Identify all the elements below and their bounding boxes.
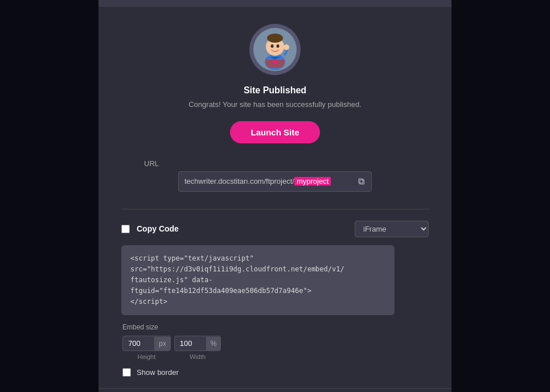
published-title: Site Published — [244, 85, 306, 96]
svg-point-4 — [271, 44, 274, 48]
copy-icon: ⧉ — [358, 176, 364, 186]
copy-code-label: Copy Code — [137, 224, 348, 233]
width-unit: % — [206, 337, 221, 350]
publish-project-modal: Publish Project × — [98, 0, 452, 392]
width-label: Width — [190, 353, 206, 360]
published-subtitle: Congrats! Your site has been successfull… — [188, 100, 362, 109]
width-input-group: % Width — [174, 336, 221, 360]
embed-size-group: Embed size px Height — [122, 323, 221, 377]
url-input-row: techwriter.docstitan.com/ftproject/mypro… — [178, 171, 372, 192]
url-base: techwriter.docstitan.com/ftproject/ — [184, 177, 294, 185]
show-border-row: Show border — [122, 368, 221, 377]
show-border-checkbox[interactable] — [122, 368, 131, 377]
embed-inputs-row: px Height % Width — [122, 336, 221, 360]
url-slug: myproject — [294, 177, 331, 185]
url-section: URL techwriter.docstitan.com/ftproject/m… — [121, 159, 429, 192]
width-input[interactable] — [175, 336, 206, 350]
divider — [121, 209, 429, 209]
height-unit: px — [154, 337, 170, 350]
svg-point-3 — [267, 34, 283, 43]
copy-code-checkbox[interactable] — [121, 225, 130, 233]
code-snippet: <script type="text/javascript" src="http… — [121, 245, 395, 316]
svg-point-6 — [284, 44, 289, 50]
modal-footer: Close — [98, 388, 452, 392]
height-input-group: px Height — [122, 336, 171, 360]
copy-url-button[interactable]: ⧉ — [357, 175, 366, 188]
bottom-section: Copy Code iFrame JavaScript HTML <script… — [121, 221, 429, 377]
code-text: <script type="text/javascript" src="http… — [130, 253, 385, 308]
height-label: Height — [137, 353, 155, 360]
modal-overlay: Publish Project × — [0, 0, 550, 392]
svg-point-7 — [273, 60, 277, 64]
url-text: techwriter.docstitan.com/ftproject/mypro… — [184, 177, 352, 185]
url-label: URL — [144, 159, 159, 168]
modal-header: Publish Project × — [98, 0, 452, 7]
embed-type-select[interactable]: iFrame JavaScript HTML — [355, 221, 429, 237]
embed-size-label: Embed size — [122, 323, 221, 331]
width-input-wrapper: % — [174, 336, 221, 351]
height-input-wrapper: px — [122, 336, 171, 351]
launch-site-button[interactable]: Launch Site — [230, 121, 319, 143]
copy-code-row: Copy Code iFrame JavaScript HTML — [121, 221, 429, 237]
svg-point-5 — [277, 44, 280, 48]
avatar — [249, 24, 301, 75]
modal-body: Site Published Congrats! Your site has b… — [98, 7, 452, 389]
embed-section: Embed size px Height — [122, 323, 429, 377]
show-border-label: Show border — [137, 368, 179, 377]
height-input[interactable] — [123, 336, 154, 350]
